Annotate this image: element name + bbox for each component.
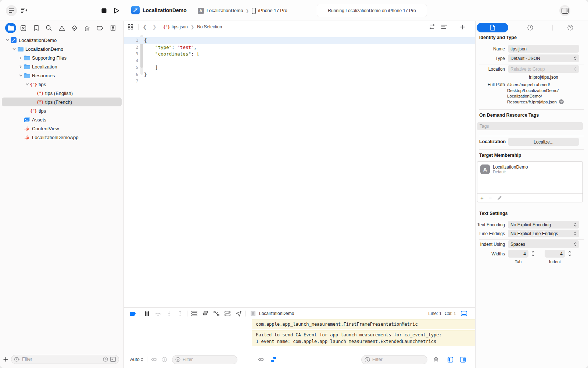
pause-icon[interactable] (141, 311, 153, 316)
tree-item[interactable]: {"}tips (French) (2, 98, 122, 106)
tree-item[interactable]: Localization (0, 62, 123, 71)
minimap-toggle-icon[interactable] (461, 311, 467, 316)
code-line[interactable]: 5 ] (124, 64, 475, 71)
memory-graph-icon[interactable] (200, 311, 211, 316)
view-debugger-icon[interactable] (189, 311, 200, 316)
code-line[interactable]: 7 (124, 78, 475, 85)
source-control-status-icon[interactable] (110, 357, 116, 362)
tree-item-label: Localization (32, 64, 57, 70)
code-line[interactable]: 1{ (124, 37, 475, 44)
disclosure-chevron-icon[interactable] (4, 39, 10, 41)
open-path-arrow-icon[interactable] (559, 99, 564, 104)
tags-field[interactable]: Tags (477, 122, 583, 130)
target-row[interactable]: A LocalizationDemo Default (477, 162, 582, 177)
disclosure-chevron-icon[interactable] (11, 48, 17, 50)
line-endings-select[interactable]: No Explicit Line Endings (508, 230, 579, 237)
add-editor-icon[interactable] (460, 25, 465, 29)
disclosure-chevron-icon[interactable] (24, 83, 30, 85)
tree-item[interactable]: LocalizationDemo (0, 45, 123, 53)
tree-item[interactable]: Supporting Files (0, 53, 123, 62)
issues-tab[interactable] (56, 23, 67, 33)
file-inspector-tab[interactable] (477, 23, 508, 32)
indent-width-field[interactable]: 4 (545, 250, 565, 258)
trash-icon[interactable] (434, 357, 438, 362)
folder-icon (8, 25, 14, 31)
type-select[interactable]: Default - JSON (508, 54, 579, 62)
source-code-editor[interactable]: 1{2 "type": "test",3 "coordinates": [45 … (124, 34, 475, 307)
navigator-filter-input[interactable]: Filter (11, 355, 119, 364)
add-file-button[interactable] (0, 357, 11, 362)
related-items-icon[interactable] (124, 24, 137, 29)
inspector-toggle-icon[interactable] (559, 5, 570, 16)
simulate-location-icon[interactable] (233, 311, 244, 316)
tree-item[interactable]: {"}tips (0, 106, 123, 115)
tests-tab[interactable] (69, 23, 80, 33)
stop-icon[interactable] (98, 5, 110, 16)
tree-item[interactable]: ContentView (0, 124, 123, 133)
history-inspector-tab[interactable] (508, 25, 552, 31)
navigator-list-icon[interactable] (6, 5, 17, 16)
disclosure-chevron-icon[interactable] (18, 56, 24, 60)
tab-width-field[interactable]: 4 (508, 250, 528, 258)
reports-tab[interactable] (107, 23, 118, 33)
tree-item[interactable]: LocalizationDemo (0, 36, 123, 45)
tree-item[interactable]: {"}tips (0, 80, 123, 89)
location-select[interactable]: Relative to Group (508, 65, 579, 73)
remove-target-button[interactable]: − (489, 195, 492, 201)
recent-files-clock-icon[interactable] (103, 357, 108, 362)
tree-item[interactable]: LocalizationDemoApp (0, 133, 123, 142)
code-line[interactable]: 2 "type": "test", (124, 44, 475, 51)
tree-item-label: Supporting Files (32, 55, 67, 61)
code-line[interactable]: 6} (124, 71, 475, 78)
bookmarks-tab[interactable] (31, 23, 42, 33)
jump-bar-file[interactable]: tips.json (172, 24, 188, 29)
scheme-selector[interactable]: A LocalizationDemo ❯ iPhone 17 Pro (198, 6, 287, 15)
console-log-entry[interactable]: Failed to send CA Event for app launch m… (252, 330, 475, 346)
console-view-mode-icon[interactable] (271, 357, 276, 362)
tree-item[interactable]: Resources (0, 71, 123, 80)
location-label: Location (476, 67, 505, 72)
toggle-variables-pane-icon[interactable] (448, 357, 453, 362)
tree-item[interactable]: Assets (0, 115, 123, 124)
tree-item-label: LocalizationDemo (19, 38, 57, 43)
variables-filter-input[interactable]: Filter (172, 355, 237, 364)
localize-button[interactable]: Localize... (508, 138, 579, 146)
tree-item-label: tips (39, 82, 46, 87)
breakpoints-tab[interactable] (94, 23, 105, 33)
quick-help-inspector-tab[interactable] (553, 25, 588, 31)
add-target-button[interactable]: + (480, 195, 484, 201)
project-navigator-tab[interactable] (5, 23, 16, 33)
encoding-select[interactable]: No Explicit Encoding (508, 221, 579, 229)
back-chevron-icon[interactable]: ❮ (140, 24, 150, 30)
toggle-console-pane-icon[interactable] (460, 357, 466, 362)
jump-bar-context[interactable]: No Selection (197, 24, 222, 29)
name-field[interactable]: tips.json (508, 45, 579, 53)
process-label[interactable]: LocalizationDemo (259, 311, 294, 316)
disclosure-chevron-icon[interactable] (18, 74, 24, 77)
find-tab[interactable] (43, 23, 54, 33)
run-destination[interactable]: iPhone 17 Pro (258, 8, 287, 13)
code-line[interactable]: 3 "coordinates": [ (124, 51, 475, 58)
breakpoints-toggle-icon[interactable] (127, 311, 138, 316)
tab-width-stepper[interactable] (531, 250, 535, 257)
console-eye-icon[interactable] (258, 357, 264, 362)
console-log-entry[interactable]: com.apple.app_launch_measurement.FirstFr… (252, 319, 475, 329)
disclosure-chevron-icon[interactable] (18, 65, 24, 68)
compose-sparkle-icon[interactable] (19, 5, 30, 16)
performance-tab[interactable] (82, 23, 93, 33)
environment-overrides-icon[interactable] (222, 311, 233, 316)
editor-options-icon[interactable] (441, 24, 447, 29)
scheme-name[interactable]: LocalizationDemo (207, 8, 243, 13)
tree-item[interactable]: {"}tips (English) (0, 89, 123, 98)
changes-tab[interactable] (18, 23, 29, 33)
code-line[interactable]: 4 (124, 58, 475, 65)
variables-scope-select[interactable]: Auto (130, 357, 143, 362)
console-filter-input[interactable]: Filter (361, 355, 427, 364)
play-icon[interactable] (111, 5, 122, 16)
indent-width-stepper[interactable] (568, 250, 571, 257)
network-debugger-icon[interactable] (211, 311, 222, 316)
forward-chevron-icon[interactable]: ❯ (150, 24, 159, 30)
indent-using-select[interactable]: Spaces (508, 240, 579, 248)
edit-target-button[interactable] (497, 196, 502, 200)
code-review-icon[interactable] (429, 24, 435, 30)
